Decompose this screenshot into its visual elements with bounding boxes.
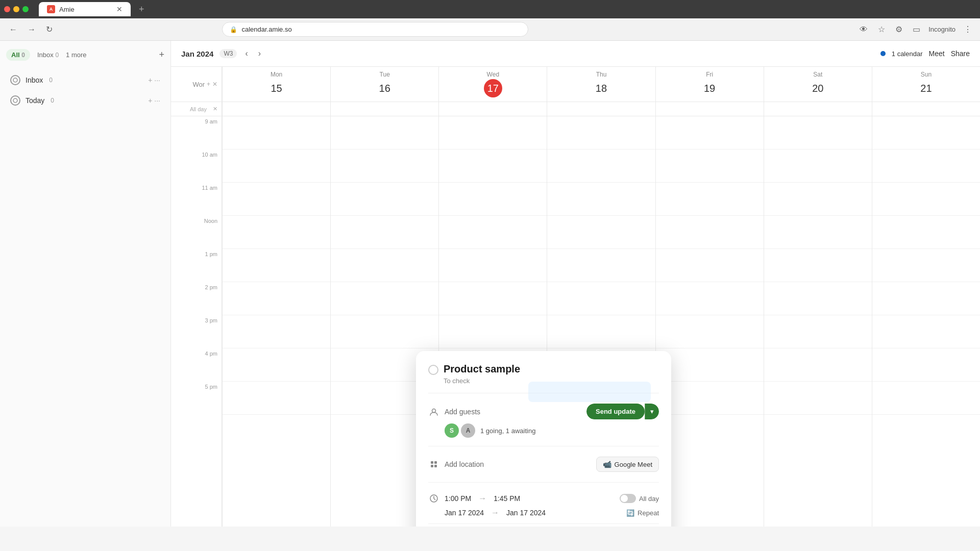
add-col-button[interactable]: + (207, 81, 210, 88)
back-button[interactable]: ← (6, 23, 20, 36)
send-update-btn-group: Send update ▾ (586, 404, 659, 419)
svg-rect-3 (431, 461, 433, 464)
google-meet-label: Google Meet (615, 461, 652, 468)
guests-icon (428, 406, 439, 417)
address-text: calendar.amie.so (241, 26, 291, 33)
time-labels: 9 am 10 am 11 am Noon 1 pm 2 pm 3 pm 4 p… (171, 116, 222, 527)
repeat-row[interactable]: 🔄 Repeat (626, 509, 659, 517)
time-5pm: 5 pm (171, 382, 222, 415)
svg-point-2 (432, 409, 436, 412)
eye-off-icon[interactable]: 👁 (857, 23, 870, 36)
day-header-thu: Thu 18 (547, 67, 655, 102)
google-meet-button[interactable]: 📹 Google Meet (596, 457, 659, 472)
inbox-more-button[interactable]: ··· (154, 76, 160, 84)
all-day-thu[interactable] (547, 102, 655, 116)
day-col-sun[interactable] (872, 116, 980, 527)
all-day-mon[interactable] (222, 102, 330, 116)
time-2pm: 2 pm (171, 282, 222, 315)
all-day-tue[interactable] (330, 102, 438, 116)
time-1pm: 1 pm (171, 249, 222, 282)
guest-count: 1 going, 1 awaiting (480, 427, 535, 435)
inbox-count: 0 (49, 77, 53, 84)
address-bar[interactable]: 🔒 calendar.amie.so (222, 22, 528, 37)
event-popup: Product sample To check Add guests (416, 351, 671, 527)
calendar-main: Jan 2024 W3 ‹ › 1 calendar Meet Share Wo… (171, 41, 980, 527)
today-count: 0 (51, 97, 54, 104)
event-status-circle[interactable] (428, 365, 438, 375)
popup-guests-row: Add guests Send update ▾ (428, 399, 659, 423)
tab-all[interactable]: All 0 (6, 49, 30, 61)
add-guests-label[interactable]: Add guests (445, 408, 480, 416)
time-10am: 10 am (171, 149, 222, 183)
popup-title: Product sample (444, 363, 520, 375)
all-day-sat[interactable] (764, 102, 872, 116)
popup-title-row: Product sample (428, 363, 659, 375)
time-9am: 9 am (171, 116, 222, 149)
day-col-sat[interactable] (764, 116, 872, 527)
tab-close-button[interactable]: ✕ (116, 5, 122, 13)
popup-divider-3 (428, 482, 659, 483)
day-header-sat: Sat 20 (764, 67, 872, 102)
forward-button[interactable]: → (24, 23, 39, 36)
avatar-s: S (445, 423, 459, 438)
avatar-a: A (461, 423, 475, 438)
work-col-label: Wor (192, 81, 205, 88)
sidebar-add-button[interactable]: + (159, 49, 164, 60)
time-arrow: → (478, 494, 486, 503)
time-4pm: 4 pm (171, 348, 222, 382)
all-day-wed[interactable] (438, 102, 547, 116)
sidebar-item-inbox[interactable]: Inbox 0 + ··· (6, 71, 164, 89)
send-update-button[interactable]: Send update (586, 404, 645, 419)
day-header-tue: Tue 16 (330, 67, 438, 102)
header-right: 1 calendar Meet Share (880, 49, 970, 58)
today-more-button[interactable]: ··· (154, 96, 160, 105)
time-noon: Noon (171, 216, 222, 249)
today-label: Today (26, 96, 44, 105)
meet-button[interactable]: Meet (929, 49, 945, 58)
all-day-sun[interactable] (872, 102, 980, 116)
repeat-icon: 🔄 (626, 509, 634, 517)
day-header-sun: Sun 21 (872, 67, 980, 102)
all-day-toggle-switch[interactable] (620, 494, 636, 503)
day-header-mon: Mon 15 (222, 67, 330, 102)
calendar-header: Jan 2024 W3 ‹ › 1 calendar Meet Share (171, 41, 980, 67)
sidebar-item-today[interactable]: Today 0 + ··· (6, 91, 164, 110)
bookmark-icon[interactable]: ☆ (876, 22, 887, 36)
new-tab-button[interactable]: + (135, 2, 149, 17)
add-location-label[interactable]: Add location (445, 460, 484, 468)
lock-icon: 🔒 (230, 26, 237, 33)
all-day-toggle-label: All day (639, 495, 659, 503)
inbox-add-button[interactable]: + (148, 76, 152, 84)
popup-avatars-row: S A 1 going, 1 awaiting (428, 423, 659, 440)
sidebar-toggle[interactable]: ▭ (911, 22, 922, 36)
date-arrow: → (491, 508, 499, 517)
location-icon (428, 459, 439, 470)
tab-favicon: A (47, 5, 55, 13)
sidebar-more[interactable]: 1 more (66, 51, 86, 59)
google-meet-btn-wrapper: 📹 Google Meet (596, 457, 659, 472)
clock-icon (428, 493, 439, 504)
all-day-fri[interactable] (655, 102, 764, 116)
tab-inbox[interactable]: Inbox 0 (32, 49, 64, 61)
share-button[interactable]: Share (951, 49, 970, 58)
all-day-toggle[interactable]: All day (620, 494, 659, 503)
extensions-icon[interactable]: ⚙ (893, 22, 904, 36)
all-day-row: All day ✕ (171, 102, 980, 116)
refresh-button[interactable]: ↻ (43, 22, 56, 36)
browser-tab[interactable]: A Amie ✕ (39, 2, 131, 16)
toggle-knob (621, 495, 628, 502)
send-update-dropdown-button[interactable]: ▾ (645, 404, 659, 419)
svg-rect-6 (434, 465, 437, 467)
google-meet-icon: 📹 (603, 460, 611, 468)
sidebar-tabs: All 0 Inbox 0 1 more + (6, 49, 164, 61)
menu-button[interactable]: ⋮ (962, 22, 974, 36)
next-week-button[interactable]: › (256, 47, 263, 60)
svg-point-0 (13, 78, 17, 82)
close-col-button[interactable]: ✕ (212, 81, 217, 88)
today-add-button[interactable]: + (148, 96, 152, 105)
day-col-fri[interactable] (655, 116, 764, 527)
day-col-mon[interactable] (222, 116, 330, 527)
tab-inbox-count: 0 (55, 52, 59, 59)
today-actions: + ··· (148, 96, 160, 105)
prev-week-button[interactable]: ‹ (243, 47, 250, 60)
